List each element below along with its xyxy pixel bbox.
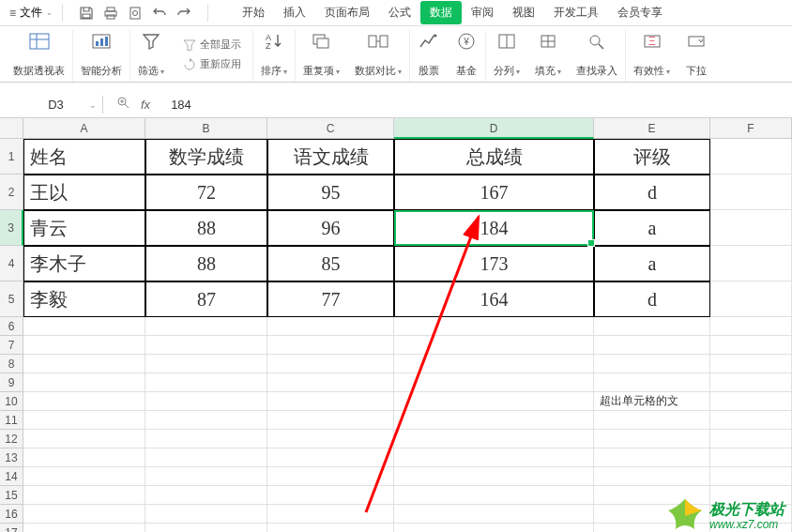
redo-icon[interactable] [175, 5, 192, 22]
cell[interactable]: 88 [145, 210, 267, 246]
row-header[interactable]: 16 [0, 505, 23, 524]
row-header[interactable]: 2 [0, 175, 23, 210]
ribbon-find-input[interactable]: 查找录入 [569, 30, 626, 82]
ribbon-dupes[interactable]: 重复项▾ [296, 30, 347, 82]
ribbon-split[interactable]: 分列▾ [486, 30, 527, 82]
cell[interactable] [23, 411, 145, 430]
cell[interactable] [267, 486, 394, 505]
zoom-icon[interactable] [116, 96, 131, 114]
cell[interactable] [267, 336, 394, 355]
row-header[interactable]: 9 [0, 373, 23, 392]
tab-member[interactable]: 会员专享 [608, 1, 672, 24]
cell[interactable] [23, 448, 145, 467]
cell[interactable] [710, 210, 792, 246]
column-header[interactable]: F [710, 118, 792, 139]
cell[interactable] [267, 392, 394, 411]
row-header[interactable]: 10 [0, 392, 23, 411]
cell[interactable] [710, 336, 792, 355]
cell[interactable] [394, 486, 594, 505]
row-header[interactable]: 8 [0, 355, 23, 373]
formula-input[interactable] [163, 96, 792, 114]
cell[interactable] [594, 336, 710, 355]
cell[interactable]: d [594, 281, 710, 317]
cell[interactable] [267, 411, 394, 430]
cell[interactable] [710, 392, 792, 411]
cell[interactable] [23, 505, 145, 524]
cell[interactable]: 96 [267, 210, 394, 246]
ribbon-filter[interactable]: 筛选▾ [130, 30, 172, 82]
cell[interactable] [145, 317, 267, 336]
cell[interactable] [394, 411, 594, 430]
cell[interactable] [594, 317, 710, 336]
tab-start[interactable]: 开始 [233, 1, 274, 24]
show-all-button[interactable]: 全部显示 [179, 36, 245, 53]
cell[interactable] [23, 467, 145, 486]
row-header[interactable]: 7 [0, 336, 23, 355]
cell[interactable] [23, 430, 145, 448]
cell[interactable] [594, 411, 710, 430]
cell[interactable]: 173 [394, 246, 594, 281]
undo-icon[interactable] [151, 5, 168, 22]
cell[interactable] [267, 430, 394, 448]
cell[interactable] [267, 448, 394, 467]
cell[interactable] [267, 505, 394, 524]
cell[interactable] [145, 467, 267, 486]
print-icon[interactable] [102, 5, 119, 22]
cell[interactable]: 87 [145, 281, 267, 317]
cell[interactable] [710, 246, 792, 281]
cell[interactable] [23, 524, 145, 532]
cell[interactable] [23, 373, 145, 392]
cell[interactable] [594, 467, 710, 486]
print-preview-icon[interactable] [127, 5, 144, 22]
cell[interactable]: 姓名 [23, 139, 145, 175]
cell[interactable]: 超出单元格的文 [594, 392, 710, 411]
cell[interactable]: 167 [394, 175, 594, 210]
cell[interactable] [594, 448, 710, 467]
row-header[interactable]: 4 [0, 246, 23, 281]
ribbon-funds[interactable]: ¥ 基金 [448, 30, 486, 82]
ribbon-dropdown[interactable]: 下拉 [678, 30, 715, 82]
cell[interactable] [145, 524, 267, 532]
tab-view[interactable]: 视图 [503, 1, 544, 24]
cell[interactable]: a [594, 246, 710, 281]
cell[interactable] [394, 524, 594, 532]
cell[interactable] [710, 448, 792, 467]
cell[interactable] [710, 411, 792, 430]
ribbon-validity[interactable]: Ξ 有效性▾ [626, 30, 678, 82]
cell[interactable] [594, 355, 710, 373]
cell[interactable] [23, 392, 145, 411]
cell[interactable] [267, 524, 394, 532]
row-header[interactable]: 6 [0, 317, 23, 336]
fx-label[interactable]: fx [141, 98, 150, 112]
column-header[interactable]: E [594, 118, 710, 139]
cell[interactable] [394, 430, 594, 448]
cell[interactable] [394, 467, 594, 486]
cell[interactable]: 184 [394, 210, 594, 246]
cell[interactable] [594, 430, 710, 448]
reapply-button[interactable]: 重新应用 [179, 55, 245, 73]
ribbon-compare[interactable]: 数据对比▾ [347, 30, 410, 82]
row-header[interactable]: 11 [0, 411, 23, 430]
cell[interactable] [23, 355, 145, 373]
cell[interactable] [145, 411, 267, 430]
ribbon-smart[interactable]: 智能分析 [73, 30, 130, 82]
column-header[interactable]: D [394, 118, 594, 139]
row-header[interactable]: 12 [0, 430, 23, 448]
cell[interactable]: d [594, 175, 710, 210]
cell[interactable] [710, 139, 792, 175]
cell[interactable] [145, 505, 267, 524]
cell[interactable]: 李木子 [23, 246, 145, 281]
ribbon-sort[interactable]: AZ 排序▾ [253, 30, 296, 82]
cell[interactable]: 72 [145, 175, 267, 210]
row-header[interactable]: 15 [0, 486, 23, 505]
ribbon-stocks[interactable]: 股票 [410, 30, 448, 82]
ribbon-pivot[interactable]: 数据透视表 [6, 30, 73, 82]
cell[interactable] [23, 317, 145, 336]
cell[interactable] [145, 336, 267, 355]
save-icon[interactable] [78, 5, 95, 22]
cell[interactable]: a [594, 210, 710, 246]
column-header[interactable]: C [267, 118, 394, 139]
tab-data[interactable]: 数据 [420, 1, 462, 24]
tab-formula[interactable]: 公式 [379, 1, 420, 24]
cell[interactable]: 青云 [23, 210, 145, 246]
